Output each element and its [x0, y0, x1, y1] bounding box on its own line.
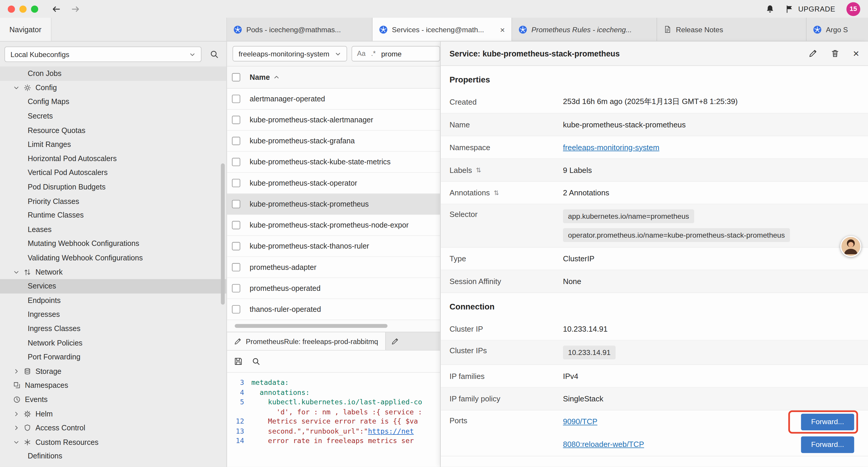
row-checkbox[interactable] — [232, 305, 240, 313]
row-checkbox[interactable] — [232, 95, 240, 103]
upgrade-flag-icon — [785, 5, 794, 13]
chevron-right-icon[interactable] — [13, 411, 24, 417]
row-checkbox[interactable] — [232, 284, 240, 292]
sidebar-item-mutating-webhook-configurations[interactable]: Mutating Webhook Configurations — [0, 236, 226, 251]
table-row[interactable]: prometheus-adapter — [227, 257, 440, 278]
sidebar-item-config[interactable]: Config — [0, 81, 226, 95]
table-row[interactable]: kube-prometheus-stack-grafana — [227, 130, 440, 152]
row-checkbox[interactable] — [232, 242, 240, 250]
chevron-down-icon[interactable] — [13, 85, 24, 91]
chevron-right-icon[interactable] — [13, 425, 24, 431]
drawer-row-value-text[interactable]: freeleaps-monitoring-system — [563, 143, 659, 151]
sidebar-item-custom-resources[interactable]: Custom Resources — [0, 435, 226, 449]
sidebar-item-definitions[interactable]: Definitions — [0, 449, 226, 463]
row-checkbox[interactable] — [232, 116, 240, 124]
sort-updown-icon[interactable]: ⇅ — [494, 189, 499, 197]
table-row[interactable]: kube-prometheus-stack-alertmanager — [227, 110, 440, 130]
sidebar-item-endpoints[interactable]: Endpoints — [0, 293, 226, 308]
upgrade-button[interactable]: UPGRADE — [785, 5, 836, 13]
sidebar-item-config-maps[interactable]: Config Maps — [0, 95, 226, 109]
port-link[interactable]: 9090/TCP — [563, 418, 597, 426]
code-editor[interactable]: 3metadata:4 annotations:5 kubectl.kubern… — [227, 373, 440, 467]
table-row[interactable]: kube-prometheus-stack-thanos-ruler — [227, 236, 440, 257]
row-checkbox[interactable] — [232, 263, 240, 271]
chevron-right-icon[interactable] — [13, 368, 24, 375]
dock-tab-partial[interactable] — [386, 332, 440, 350]
sidebar-item-events[interactable]: Events — [0, 392, 226, 407]
sidebar-item-resource-quotas[interactable]: Resource Quotas — [0, 123, 226, 138]
row-checkbox[interactable] — [232, 137, 240, 145]
save-icon[interactable] — [234, 357, 243, 366]
match-case-toggle[interactable]: Aa — [357, 50, 366, 58]
notification-count-badge[interactable]: 15 — [846, 2, 860, 16]
sidebar-item-pod-disruption-budgets[interactable]: Pod Disruption Budgets — [0, 180, 226, 194]
sidebar-item-services[interactable]: Services — [0, 279, 226, 293]
table-row[interactable]: kube-prometheus-stack-prometheus — [227, 194, 440, 215]
table-header: Name — [227, 66, 440, 89]
row-checkbox[interactable] — [232, 158, 240, 166]
tab-3[interactable]: Release Notes — [657, 18, 807, 41]
namespace-selector[interactable]: freeleaps-monitoring-system — [232, 46, 347, 61]
avatar[interactable] — [840, 236, 861, 257]
sidebar-item-secrets[interactable]: Secrets — [0, 109, 226, 123]
port-link[interactable]: 8080:reloader-web/TCP — [563, 440, 644, 449]
tab-2[interactable]: Prometheus Rules - icecheng... — [512, 18, 657, 41]
horizontal-scrollbar-thumb[interactable] — [235, 324, 387, 328]
sidebar-item-network[interactable]: Network — [0, 265, 226, 279]
sidebar-item-ingress-classes[interactable]: Ingress Classes — [0, 322, 226, 336]
row-checkbox[interactable] — [232, 179, 240, 187]
sidebar-item-helm[interactable]: Helm — [0, 407, 226, 421]
forward-button[interactable]: Forward... — [801, 413, 854, 430]
row-checkbox[interactable] — [232, 221, 240, 229]
row-checkbox[interactable] — [232, 200, 240, 208]
edit-pencil-icon[interactable] — [809, 49, 817, 58]
sidebar-item-leases[interactable]: Leases — [0, 222, 226, 236]
table-row[interactable]: kube-prometheus-stack-kube-state-metrics — [227, 152, 440, 173]
sidebar-item-access-control[interactable]: Access Control — [0, 421, 226, 435]
sidebar-item-priority-classes[interactable]: Priority Classes — [0, 194, 226, 208]
sidebar-item-namespaces[interactable]: Namespaces — [0, 378, 226, 392]
sidebar-item-vertical-pod-autoscalers[interactable]: Vertical Pod Autoscalers — [0, 166, 226, 180]
kubeconfig-selector[interactable]: Local Kubeconfigs — [4, 47, 202, 62]
zoom-window-button[interactable] — [31, 5, 38, 12]
close-drawer-icon[interactable]: × — [853, 48, 859, 59]
sidebar-search-icon[interactable] — [207, 47, 222, 62]
dock-tab-label: PrometheusRule: freeleaps-prod-rabbitmq — [246, 337, 378, 345]
minimize-window-button[interactable] — [20, 5, 27, 12]
dock-tab-active[interactable]: PrometheusRule: freeleaps-prod-rabbitmq — [227, 332, 386, 350]
sidebar-item-storage[interactable]: Storage — [0, 364, 226, 378]
regex-toggle[interactable]: .* — [371, 50, 376, 58]
sidebar-scrollbar-thumb[interactable] — [221, 164, 225, 305]
sidebar-item-horizontal-pod-autoscalers[interactable]: Horizontal Pod Autoscalers — [0, 152, 226, 166]
tab-4[interactable]: Argo S — [807, 18, 868, 41]
sidebar-item-cron-jobs[interactable]: Cron Jobs — [0, 66, 226, 81]
sidebar-item-limit-ranges[interactable]: Limit Ranges — [0, 138, 226, 152]
close-window-button[interactable] — [8, 5, 15, 12]
sidebar-item-runtime-classes[interactable]: Runtime Classes — [0, 208, 226, 222]
chevron-down-icon[interactable] — [13, 439, 24, 445]
tab-1[interactable]: Services - icecheng@math...× — [373, 18, 512, 41]
back-arrow-icon[interactable] — [52, 4, 61, 13]
sidebar-item-network-policies[interactable]: Network Policies — [0, 336, 226, 350]
sidebar-item-ingresses[interactable]: Ingresses — [0, 308, 226, 322]
table-row[interactable]: prometheus-operated — [227, 278, 440, 299]
sort-updown-icon[interactable]: ⇅ — [476, 166, 481, 174]
sidebar-item-validating-webhook-configurations[interactable]: Validating Webhook Configurations — [0, 251, 226, 265]
table-row[interactable]: thanos-ruler-operated — [227, 299, 440, 320]
chevron-down-icon[interactable] — [13, 269, 24, 275]
name-column-header[interactable]: Name — [250, 73, 280, 81]
table-row[interactable]: alertmanager-operated — [227, 89, 440, 110]
delete-trash-icon[interactable] — [831, 49, 839, 58]
tab-0[interactable]: Pods - icecheng@mathmas... — [227, 18, 373, 41]
forward-arrow-icon[interactable] — [71, 4, 80, 13]
notifications-bell-icon[interactable] — [766, 4, 774, 13]
drawer-row: Cluster IP10.233.14.91 — [440, 318, 868, 341]
table-row[interactable]: kube-prometheus-stack-prometheus-node-ex… — [227, 215, 440, 236]
search-input[interactable]: Aa .* prome — [351, 46, 440, 61]
close-tab-icon[interactable]: × — [500, 25, 505, 34]
forward-button[interactable]: Forward... — [801, 436, 854, 453]
sidebar-item-port-forwarding[interactable]: Port Forwarding — [0, 350, 226, 364]
table-row[interactable]: kube-prometheus-stack-operator — [227, 173, 440, 194]
editor-search-icon[interactable] — [252, 357, 260, 366]
select-all-checkbox[interactable] — [232, 73, 240, 81]
